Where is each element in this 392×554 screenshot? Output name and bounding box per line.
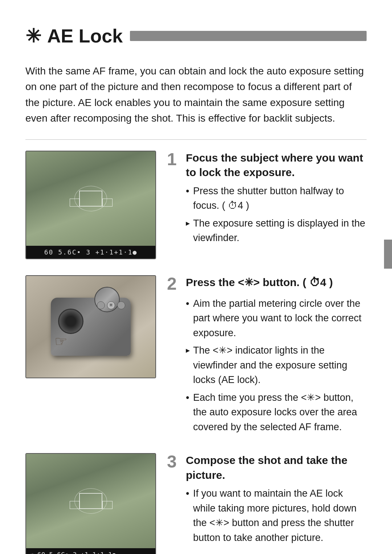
step-1-row: 60 5.6C• 3 +1·1+1·1● 1 Focus the subject…	[25, 151, 367, 259]
step-3-bullet-1: If you want to maintain the AE lock whil…	[186, 486, 367, 545]
step-2-bullet-1: Aim the partial metering circle over the…	[186, 296, 367, 341]
camera-body: ✳ ☞	[51, 298, 131, 356]
step-3-bullets: If you want to maintain the AE lock whil…	[186, 486, 367, 545]
viewfinder-status-1: 60 5.6C• 3 +1·1+1·1●	[26, 246, 155, 258]
metering-circle-3	[74, 488, 107, 514]
camera-ae-star-btn: ✳	[107, 301, 115, 309]
steps-container: 60 5.6C• 3 +1·1+1·1● 1 Focus the subject…	[25, 151, 367, 554]
viewfinder-image-3	[26, 454, 155, 548]
step-2-image: ✳ ☞	[25, 275, 156, 378]
step-3-title: Compose the shot and take the picture.	[186, 453, 367, 482]
step-1-bullet-1: Press the shutter button halfway to focu…	[186, 184, 367, 213]
vf3-status-text: 60 5.6C• 3 +1·1+1·1●	[37, 550, 116, 554]
step-3-row: ✳ 60 5.6C• 3 +1·1+1·1● 3 Compose the sho…	[25, 453, 367, 554]
step-3-content: 3 Compose the shot and take the picture.…	[167, 453, 367, 548]
side-tab	[384, 240, 392, 269]
ae-lock-icon: ✳	[25, 22, 41, 50]
step-3-image: ✳ 60 5.6C• 3 +1·1+1·1●	[25, 453, 156, 554]
camera-image: ✳ ☞	[26, 276, 155, 378]
step-1-number: 1	[167, 151, 180, 168]
page-header: ✳ AE Lock	[25, 22, 367, 50]
step-2-title: Press the <✳> button. ( ⏱4 )	[186, 275, 333, 290]
step-1-number-row: 1 Focus the subject where you want to lo…	[167, 151, 367, 180]
step-1-content: 1 Focus the subject where you want to lo…	[167, 151, 367, 248]
step-2-bullet-2: The <✳> indicator lights in the viewfind…	[186, 343, 367, 387]
step-3-number-row: 3 Compose the shot and take the picture.	[167, 453, 367, 482]
step-3-number: 3	[167, 453, 180, 471]
step-2-content: 2 Press the <✳> button. ( ⏱4 ) Aim the p…	[167, 275, 367, 437]
step-2-bullets: Aim the partial metering circle over the…	[186, 296, 367, 435]
camera-btn-3	[117, 301, 125, 309]
intro-paragraph: With the same AF frame, you can obtain a…	[25, 63, 367, 126]
star-indicator: ✳	[30, 550, 34, 554]
step-1-bullet-2: The exposure setting is displayed in the…	[186, 216, 367, 245]
step-1-bullets: Press the shutter button halfway to focu…	[186, 184, 367, 245]
hand-indicator: ☞	[54, 330, 68, 352]
camera-buttons: ✳	[97, 301, 125, 309]
viewfinder-image-1	[26, 151, 155, 246]
metering-circle	[74, 186, 107, 211]
step-1-image: 60 5.6C• 3 +1·1+1·1●	[25, 151, 156, 259]
step-2-row: ✳ ☞ 2 Press the <✳> button. ( ⏱4 ) Aim t…	[25, 275, 367, 437]
step-1-title: Focus the subject where you want to lock…	[186, 151, 367, 180]
step-2-bullet-3: Each time you press the <✳> button, the …	[186, 390, 367, 435]
step-2-number-row: 2 Press the <✳> button. ( ⏱4 )	[167, 275, 367, 293]
page-title: AE Lock	[47, 22, 123, 50]
step-2-number: 2	[167, 275, 180, 293]
camera-btn-1	[97, 301, 105, 309]
header-decorative-bar	[130, 31, 367, 41]
section-divider	[25, 139, 367, 140]
viewfinder-status-3: ✳ 60 5.6C• 3 +1·1+1·1●	[26, 548, 155, 554]
